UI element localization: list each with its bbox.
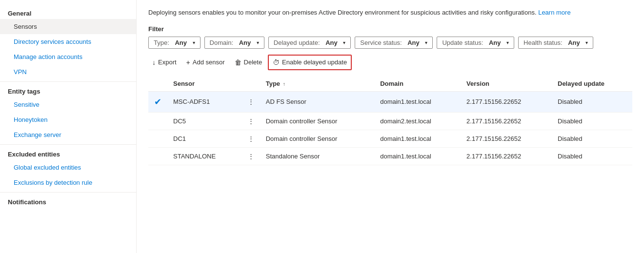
- col-version: Version: [461, 76, 552, 92]
- sidebar-item-honeytoken[interactable]: Honeytoken: [0, 112, 136, 127]
- table-header-row: Sensor Type ↑ Domain Version Delayed upd…: [148, 76, 632, 92]
- enable-delayed-label: Enable delayed update: [282, 58, 347, 66]
- add-sensor-label: Add sensor: [193, 58, 225, 66]
- filter-btn-1[interactable]: Domain: Any ▾: [204, 37, 264, 49]
- col-sensor-label: Sensor: [173, 80, 195, 87]
- row-checkbox[interactable]: ✔: [148, 91, 167, 112]
- sidebar-section-entity-tags: Entity tags: [0, 84, 136, 97]
- sidebar-section-excluded-entities: Excluded entities: [0, 147, 136, 160]
- col-domain: Domain: [374, 76, 461, 92]
- filter-value-4: Any: [489, 39, 501, 46]
- filter-btn-2[interactable]: Delayed update: Any ▾: [268, 37, 351, 49]
- row-menu-icon[interactable]: ⋮: [242, 147, 260, 165]
- sidebar: General Sensors Directory services accou…: [0, 0, 137, 253]
- sensor-type: AD FS Sensor: [260, 91, 374, 112]
- sensor-name: MSC-ADFS1: [167, 91, 242, 112]
- delete-icon: 🗑: [235, 58, 242, 66]
- add-sensor-button[interactable]: + Add sensor: [182, 56, 229, 69]
- sidebar-divider-2: [0, 144, 136, 145]
- table-row[interactable]: DC5⋮Domain controller Sensordomain2.test…: [148, 112, 632, 130]
- table-row[interactable]: STANDALONE⋮Standalone Sensordomain1.test…: [148, 147, 632, 165]
- info-text: Deploying sensors enables you to monitor…: [148, 9, 537, 16]
- sensor-type: Domain controller Sensor: [260, 130, 374, 147]
- col-checkbox: [148, 76, 167, 92]
- sensor-domain: domain1.test.local: [374, 147, 461, 165]
- row-checkbox[interactable]: [148, 130, 167, 147]
- sensor-domain: domain2.test.local: [374, 112, 461, 130]
- filter-btn-5[interactable]: Health status: Any ▾: [518, 37, 593, 49]
- sensor-domain: domain1.test.local: [374, 130, 461, 147]
- table-row[interactable]: DC1⋮Domain controller Sensordomain1.test…: [148, 130, 632, 147]
- row-checkbox[interactable]: [148, 147, 167, 165]
- sidebar-item-vpn[interactable]: VPN: [0, 64, 136, 79]
- sidebar-item-exchange-server[interactable]: Exchange server: [0, 127, 136, 142]
- sidebar-section-notifications: Notifications: [0, 195, 136, 208]
- sidebar-section-general: General: [0, 6, 136, 19]
- chevron-down-icon: ▾: [585, 40, 588, 45]
- sidebar-divider-1: [0, 81, 136, 82]
- col-type[interactable]: Type ↑: [260, 76, 374, 92]
- filter-value-0: Any: [175, 39, 187, 46]
- sensor-name: DC5: [167, 112, 242, 130]
- col-delayed-label: Delayed update: [558, 80, 604, 87]
- filter-btn-3[interactable]: Service status: Any ▾: [355, 37, 433, 49]
- sensor-version: 2.177.15156.22652: [461, 91, 552, 112]
- filter-value-5: Any: [568, 39, 580, 46]
- chevron-down-icon: ▾: [425, 40, 427, 45]
- col-menu: [242, 76, 260, 92]
- col-sensor[interactable]: Sensor: [167, 76, 242, 92]
- filter-value-2: Any: [325, 39, 338, 46]
- sidebar-item-directory-services[interactable]: Directory services accounts: [0, 34, 136, 49]
- checked-icon: ✔: [154, 97, 161, 107]
- sensor-version: 2.177.15156.22652: [461, 147, 552, 165]
- export-icon: ↓: [152, 58, 156, 66]
- chevron-down-icon: ▾: [257, 40, 259, 45]
- row-checkbox[interactable]: [148, 112, 167, 130]
- row-menu-icon[interactable]: ⋮: [242, 112, 260, 130]
- learn-more-link[interactable]: Learn more: [538, 9, 570, 16]
- filter-row: Type: Any ▾Domain: Any ▾Delayed update: …: [148, 37, 632, 49]
- main-content: Deploying sensors enables you to monitor…: [137, 0, 644, 253]
- filter-label-0: Type:: [154, 39, 169, 46]
- sidebar-divider-3: [0, 192, 136, 193]
- sensor-name: STANDALONE: [167, 147, 242, 165]
- col-version-label: Version: [466, 80, 489, 87]
- row-menu-icon[interactable]: ⋮: [242, 130, 260, 147]
- export-label: Export: [158, 58, 177, 66]
- filter-btn-0[interactable]: Type: Any ▾: [148, 37, 201, 49]
- filter-label-4: Update status:: [442, 39, 483, 46]
- sidebar-item-global-excluded[interactable]: Global excluded entities: [0, 160, 136, 175]
- toolbar: ↓ Export + Add sensor 🗑 Delete ⏱ Enable …: [148, 55, 632, 70]
- sensor-delayed-update: Disabled: [552, 112, 632, 130]
- sensor-table: Sensor Type ↑ Domain Version Delayed upd…: [148, 76, 632, 165]
- filter-label: Filter: [148, 25, 632, 33]
- sensor-version: 2.177.15156.22652: [461, 130, 552, 147]
- sensor-type: Domain controller Sensor: [260, 112, 374, 130]
- table-row[interactable]: ✔MSC-ADFS1⋮AD FS Sensordomain1.test.loca…: [148, 91, 632, 112]
- chevron-down-icon: ▾: [506, 40, 509, 45]
- filter-label-2: Delayed update:: [274, 39, 320, 46]
- col-delayed-update: Delayed update: [552, 76, 632, 92]
- filter-value-1: Any: [239, 39, 251, 46]
- sidebar-item-sensitive[interactable]: Sensitive: [0, 97, 136, 112]
- sensor-delayed-update: Disabled: [552, 147, 632, 165]
- col-type-label: Type: [266, 80, 280, 87]
- row-menu-icon[interactable]: ⋮: [242, 91, 260, 112]
- sensor-name: DC1: [167, 130, 242, 147]
- enable-delayed-button[interactable]: ⏱ Enable delayed update: [268, 55, 352, 70]
- sort-icon: ↑: [283, 81, 285, 87]
- clock-icon: ⏱: [273, 58, 280, 66]
- sensor-domain: domain1.test.local: [374, 91, 461, 112]
- sidebar-item-manage-action[interactable]: Manage action accounts: [0, 49, 136, 64]
- filter-label-5: Health status:: [523, 39, 563, 46]
- export-button[interactable]: ↓ Export: [148, 56, 181, 69]
- sensor-delayed-update: Disabled: [552, 130, 632, 147]
- filter-label-1: Domain:: [210, 39, 233, 46]
- sidebar-item-exclusions[interactable]: Exclusions by detection rule: [0, 175, 136, 190]
- sensor-delayed-update: Disabled: [552, 91, 632, 112]
- filter-btn-4[interactable]: Update status: Any ▾: [437, 37, 514, 49]
- sensor-version: 2.177.15156.22652: [461, 112, 552, 130]
- sidebar-item-sensors[interactable]: Sensors: [0, 19, 136, 34]
- delete-button[interactable]: 🗑 Delete: [231, 56, 266, 69]
- filter-value-3: Any: [407, 39, 420, 46]
